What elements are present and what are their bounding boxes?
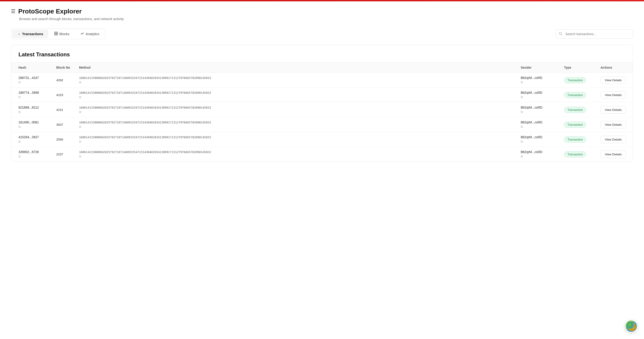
cell-block-5: 2237	[52, 147, 75, 162]
cell-actions-5: View Details	[596, 147, 633, 162]
col-header-hash: Hash	[11, 63, 52, 73]
svg-rect-1	[56, 32, 58, 33]
svg-line-7	[561, 34, 562, 35]
table-row: 339902...6726 ⧉ 2237 1606141338006828257…	[11, 147, 633, 162]
copy-hash-icon-3[interactable]: ⧉	[18, 125, 48, 129]
cell-type-3: Transaction	[560, 117, 596, 132]
cell-method-3: 1606141338006828257927107146093254723143…	[75, 117, 516, 132]
cell-block-2: 4151	[52, 102, 75, 117]
transactions-table-card: Latest Transactions Hash Block No Method…	[11, 45, 633, 162]
type-badge-1: Transaction	[564, 92, 586, 98]
table-title: Latest Transactions	[11, 45, 633, 62]
cell-block-4: 2556	[52, 132, 75, 147]
copy-hash-icon-4[interactable]: ⧉	[18, 140, 48, 144]
view-details-button-3[interactable]: View Details	[600, 121, 626, 128]
nav-row: → Transactions Blocks	[0, 25, 644, 39]
menu-icon: ☰	[11, 9, 16, 14]
cell-method-5: 1606141338006828257927107146093254723143…	[75, 147, 516, 162]
copy-method-icon-3[interactable]: ⧉	[79, 125, 512, 129]
cell-actions-3: View Details	[596, 117, 633, 132]
cell-actions-0: View Details	[596, 73, 633, 88]
cell-hash-0: 288731...4247 ⧉	[11, 73, 52, 88]
copy-hash-icon-5[interactable]: ⧉	[18, 155, 48, 158]
svg-point-11	[627, 322, 636, 331]
table-row: 288731...4247 ⧉ 4292 1606141338006828257…	[11, 73, 633, 88]
cell-sender-0: B62qrM...csRD ⧉	[516, 73, 560, 88]
transactions-table: Hash Block No Method Sender Type Actions…	[11, 62, 633, 162]
copy-method-icon-4[interactable]: ⧉	[79, 140, 512, 144]
svg-point-5	[82, 34, 83, 35]
svg-rect-2	[54, 34, 56, 35]
main-content: Latest Transactions Hash Block No Method…	[0, 45, 644, 162]
header: ☰ ProtoScope Explorer Browse and search …	[0, 1, 644, 25]
copy-hash-icon-1[interactable]: ⧉	[18, 95, 48, 99]
type-badge-5: Transaction	[564, 151, 586, 157]
svg-rect-0	[54, 32, 56, 33]
cell-block-0: 4292	[52, 73, 75, 88]
table-row: 821868...8212 ⧉ 4151 1606141338006828257…	[11, 102, 633, 117]
view-details-button-4[interactable]: View Details	[600, 136, 626, 143]
tab-blocks[interactable]: Blocks	[49, 30, 74, 38]
cell-hash-4: 415264...3927 ⧉	[11, 132, 52, 147]
table-row: 415264...3927 ⧉ 2556 1606141338006828257…	[11, 132, 633, 147]
tab-transactions[interactable]: → Transactions	[12, 30, 48, 38]
cell-actions-2: View Details	[596, 102, 633, 117]
app-title: ProtoScope Explorer	[18, 8, 82, 15]
type-badge-3: Transaction	[564, 122, 586, 128]
cell-block-3: 3037	[52, 117, 75, 132]
tab-analytics[interactable]: Analytics	[76, 30, 104, 38]
copy-sender-icon-2[interactable]: ⧉	[521, 110, 556, 114]
cell-method-1: 1606141338006828257927107146093254723143…	[75, 88, 516, 102]
type-badge-2: Transaction	[564, 107, 586, 113]
cell-sender-3: B62qrM...csRD ⧉	[516, 117, 560, 132]
type-badge-4: Transaction	[564, 136, 586, 143]
nav-tabs: → Transactions Blocks	[11, 29, 106, 39]
cell-sender-2: B62qrM...csRD ⧉	[516, 102, 560, 117]
avatar-globe[interactable]	[625, 320, 638, 332]
app-subtitle: Browse and search through blocks, transa…	[19, 17, 633, 21]
cell-method-2: 1606141338006828257927107146093254723143…	[75, 102, 516, 117]
cell-hash-1: 188774...3999 ⧉	[11, 88, 52, 102]
cell-type-1: Transaction	[560, 88, 596, 102]
cell-method-4: 1606141338006828257927107146093254723143…	[75, 132, 516, 147]
copy-sender-icon-4[interactable]: ⧉	[521, 140, 556, 144]
arrow-right-icon: →	[17, 32, 20, 36]
copy-sender-icon-1[interactable]: ⧉	[521, 95, 556, 99]
cell-hash-3: 161490...0061 ⧉	[11, 117, 52, 132]
view-details-button-1[interactable]: View Details	[600, 91, 626, 99]
cell-type-5: Transaction	[560, 147, 596, 162]
cell-sender-1: B62qrM...csRD ⧉	[516, 88, 560, 102]
cell-hash-2: 821868...8212 ⧉	[11, 102, 52, 117]
table-row: 161490...0061 ⧉ 3037 1606141338006828257…	[11, 117, 633, 132]
copy-sender-icon-0[interactable]: ⧉	[521, 81, 556, 84]
copy-sender-icon-3[interactable]: ⧉	[521, 125, 556, 129]
view-details-button-2[interactable]: View Details	[600, 106, 626, 114]
cell-sender-5: B62qrM...csRD ⧉	[516, 147, 560, 162]
col-header-actions: Actions	[596, 63, 633, 73]
col-header-sender: Sender	[516, 63, 560, 73]
copy-hash-icon-0[interactable]: ⧉	[18, 81, 48, 84]
copy-hash-icon-2[interactable]: ⧉	[18, 110, 48, 114]
grid-icon	[54, 32, 58, 36]
cell-type-2: Transaction	[560, 102, 596, 117]
type-badge-0: Transaction	[564, 77, 586, 83]
copy-method-icon-2[interactable]: ⧉	[79, 110, 512, 114]
table-row: 188774...3999 ⧉ 4153 1606141338006828257…	[11, 88, 633, 102]
view-details-button-0[interactable]: View Details	[600, 76, 626, 84]
svg-point-4	[81, 33, 82, 34]
cell-sender-4: B62qrM...csRD ⧉	[516, 132, 560, 147]
col-header-method: Method	[75, 63, 516, 73]
cell-type-4: Transaction	[560, 132, 596, 147]
cell-type-0: Transaction	[560, 73, 596, 88]
cell-block-1: 4153	[52, 88, 75, 102]
copy-method-icon-5[interactable]: ⧉	[79, 155, 512, 158]
col-header-type: Type	[560, 63, 596, 73]
search-input[interactable]	[556, 30, 633, 39]
col-header-block: Block No	[52, 63, 75, 73]
copy-method-icon-1[interactable]: ⧉	[79, 95, 512, 99]
copy-sender-icon-5[interactable]: ⧉	[521, 155, 556, 158]
view-details-button-5[interactable]: View Details	[600, 151, 626, 158]
cell-actions-4: View Details	[596, 132, 633, 147]
copy-method-icon-0[interactable]: ⧉	[79, 81, 512, 84]
cell-actions-1: View Details	[596, 88, 633, 102]
